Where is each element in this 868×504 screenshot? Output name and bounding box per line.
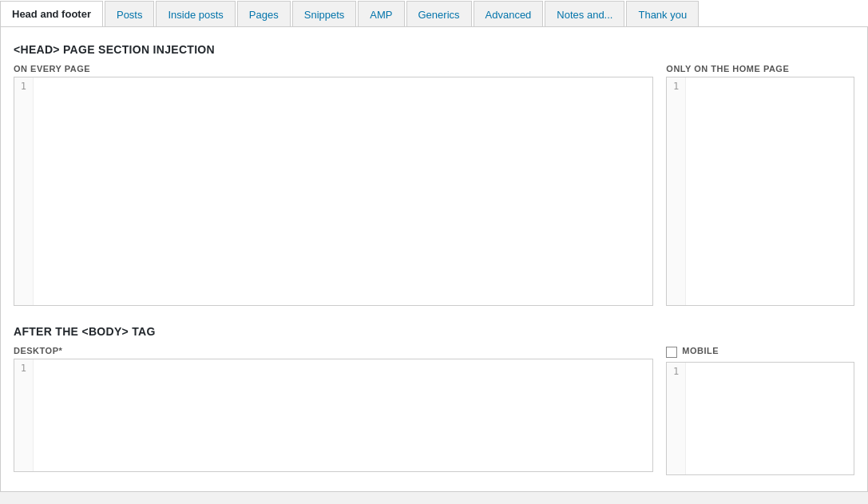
tab-notes-and[interactable]: Notes and... [545, 1, 624, 27]
content-area: <HEAD> PAGE SECTION INJECTION ON EVERY P… [0, 27, 868, 492]
mobile-editor[interactable]: 1 [666, 362, 854, 475]
on-every-page-editor[interactable]: 1 [14, 77, 653, 306]
on-every-page-column: ON EVERY PAGE 1 [14, 64, 666, 306]
mobile-label: MOBILE [682, 346, 719, 355]
mobile-checkbox[interactable] [666, 347, 677, 358]
only-on-home-textarea[interactable] [689, 77, 854, 305]
tab-amp[interactable]: AMP [358, 1, 404, 27]
desktop-textarea[interactable] [37, 359, 652, 471]
tab-pages[interactable]: Pages [237, 1, 291, 27]
tab-head-and-footer[interactable]: Head and footer [0, 1, 103, 27]
desktop-column: DESKTOP* 1 [14, 346, 666, 475]
mobile-line-numbers: 1 [667, 363, 686, 474]
mobile-column: MOBILE 1 [666, 346, 854, 475]
body-section-title: AFTER THE <BODY> TAG [14, 325, 854, 338]
mobile-label-row: MOBILE [666, 346, 854, 359]
tab-snippets[interactable]: Snippets [292, 1, 357, 27]
only-on-home-line-numbers: 1 [667, 77, 686, 305]
page-wrapper: Head and footer Posts Inside posts Pages… [0, 0, 868, 492]
only-on-home-label: ONLY ON THE HOME PAGE [666, 64, 854, 73]
head-section-title: <HEAD> PAGE SECTION INJECTION [14, 43, 854, 56]
on-every-page-line-numbers: 1 [14, 77, 34, 305]
desktop-line-number-1: 1 [18, 363, 26, 374]
mobile-line-number-1: 1 [670, 366, 679, 377]
desktop-line-numbers: 1 [14, 359, 34, 471]
on-every-page-textarea[interactable] [37, 77, 652, 305]
body-section-columns: DESKTOP* 1 MOBILE [14, 346, 854, 475]
tab-inside-posts[interactable]: Inside posts [156, 1, 235, 27]
line-number-1: 1 [18, 81, 26, 92]
after-body-section: AFTER THE <BODY> TAG DESKTOP* 1 [14, 325, 854, 475]
on-every-page-label: ON EVERY PAGE [14, 64, 653, 73]
tab-posts[interactable]: Posts [105, 1, 155, 27]
tab-thank-you[interactable]: Thank you [626, 1, 699, 27]
tabs-bar: Head and footer Posts Inside posts Pages… [0, 0, 868, 27]
only-on-home-column: ONLY ON THE HOME PAGE 1 [666, 64, 854, 306]
line-number-home-1: 1 [670, 81, 679, 92]
tab-advanced[interactable]: Advanced [474, 1, 544, 27]
tab-generics[interactable]: Generics [406, 1, 472, 27]
desktop-label: DESKTOP* [14, 346, 653, 355]
desktop-editor[interactable]: 1 [14, 359, 653, 472]
head-section-columns: ON EVERY PAGE 1 ONLY ON THE HOME PAGE 1 [14, 64, 854, 306]
mobile-textarea[interactable] [689, 363, 854, 474]
only-on-home-editor[interactable]: 1 [666, 77, 854, 306]
